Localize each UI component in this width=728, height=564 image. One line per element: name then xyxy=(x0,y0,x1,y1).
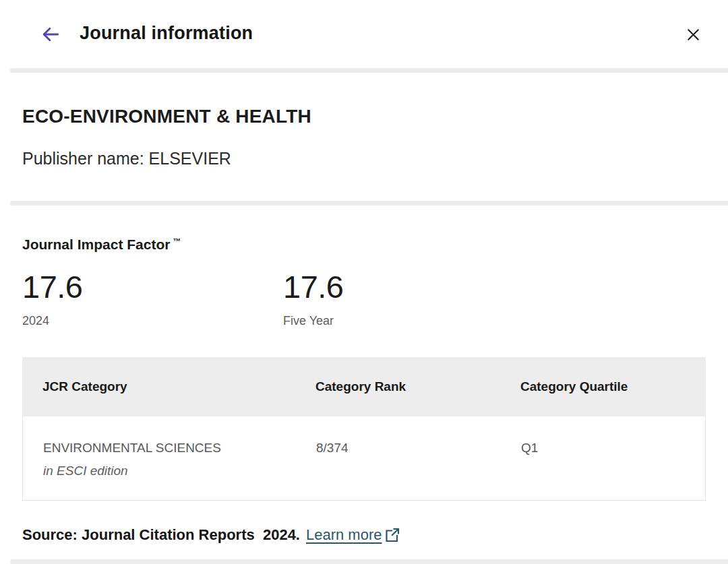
source-line: Source: Journal Citation Reports 2024. L… xyxy=(22,526,400,544)
panel-header: Journal information xyxy=(0,0,728,69)
learn-more-link[interactable]: Learn more xyxy=(306,526,382,544)
impact-factor-year-label: 2024 xyxy=(22,314,82,328)
category-name: ENVIRONMENTAL SCIENCES xyxy=(43,441,221,455)
cell-category-quartile: Q1 xyxy=(501,416,705,500)
page-title: Journal information xyxy=(80,23,253,44)
jcr-category-table: JCR Category Category Rank Category Quar… xyxy=(22,357,706,501)
impact-factor-metric-five-year: 17.6 Five Year xyxy=(283,270,343,328)
section-divider xyxy=(10,201,728,206)
journal-title: ECO-ENVIRONMENT & HEALTH xyxy=(22,106,311,127)
category-edition: in ESCI edition xyxy=(43,464,296,478)
close-icon xyxy=(685,26,702,43)
table-row: ENVIRONMENTAL SCIENCES in ESCI edition 8… xyxy=(22,416,706,501)
journal-information-panel: Journal information ECO-ENVIRONMENT & HE… xyxy=(0,0,728,564)
external-link-icon xyxy=(384,527,400,543)
source-text: Source: Journal Citation Reports 2024. xyxy=(22,526,300,544)
column-header-category-quartile: Category Quartile xyxy=(500,379,706,394)
impact-factor-five-year-label: Five Year xyxy=(283,314,343,328)
arrow-left-icon xyxy=(40,24,61,45)
cell-category-rank: 8/374 xyxy=(296,416,501,500)
impact-factor-title: Journal Impact Factor xyxy=(22,237,170,252)
cell-jcr-category: ENVIRONMENTAL SCIENCES in ESCI edition xyxy=(23,416,296,500)
back-button[interactable] xyxy=(35,19,66,50)
trademark-symbol: ™ xyxy=(173,237,181,246)
close-button[interactable] xyxy=(678,20,708,49)
table-header-row: JCR Category Category Rank Category Quar… xyxy=(22,357,706,416)
column-header-jcr-category: JCR Category xyxy=(22,379,295,394)
publisher-name: Publisher name: ELSEVIER xyxy=(22,149,231,168)
section-divider xyxy=(10,559,728,564)
impact-factor-heading: Journal Impact Factor™ xyxy=(22,237,181,253)
impact-factor-metric-current: 17.6 2024 xyxy=(22,270,82,328)
impact-factor-value: 17.6 xyxy=(22,270,82,305)
section-divider xyxy=(10,68,728,73)
column-header-category-rank: Category Rank xyxy=(295,379,500,394)
impact-factor-value: 17.6 xyxy=(283,270,343,305)
